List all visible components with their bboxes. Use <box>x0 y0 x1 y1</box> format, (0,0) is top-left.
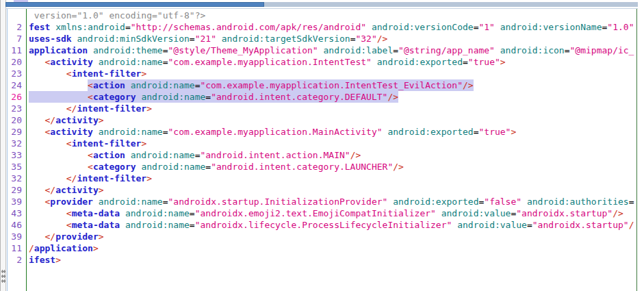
code-lines: version="1.0" encoding="utf-8"?>2fest xm… <box>8 10 637 266</box>
code-line[interactable]: version="1.0" encoding="utf-8"?> <box>8 10 637 21</box>
code-text: </intent-filter> <box>22 173 152 184</box>
code-text: version="1.0" encoding="utf-8"?> <box>22 10 205 21</box>
splitter-grip-icon[interactable] <box>1 269 5 284</box>
line-number: 35 <box>8 161 22 173</box>
code-text: ifest> <box>22 254 61 266</box>
line-number: 32 <box>8 138 22 149</box>
code-line[interactable]: 33 <action android:name="android.intent.… <box>8 149 637 161</box>
code-text: <category android:name="android.intent.c… <box>22 161 404 173</box>
line-number: 20 <box>8 114 22 126</box>
line-number: 24 <box>8 79 22 91</box>
code-text: <intent-filter> <box>22 68 146 79</box>
code-text: <activity android:name="com.example.myap… <box>22 56 506 68</box>
line-number: 29 <box>8 126 22 138</box>
code-text: uses-sdk android:minSdkVersion="21" andr… <box>22 33 387 45</box>
line-number: 23 <box>8 68 22 79</box>
code-line[interactable]: 20 <activity android:name="com.example.m… <box>8 56 637 68</box>
code-line[interactable]: 11/application> <box>8 242 637 254</box>
line-number: 20 <box>8 56 22 68</box>
code-line[interactable]: 7uses-sdk android:minSdkVersion="21" and… <box>8 33 637 45</box>
code-line[interactable]: 29 <activity android:name="com.example.m… <box>8 126 637 138</box>
code-text: </activity> <box>22 184 104 196</box>
right-margin-rule <box>636 9 637 291</box>
code-text: <meta-data android:name="androidx.emoji2… <box>22 207 623 219</box>
code-line[interactable]: 39 </provider> <box>8 231 637 242</box>
code-editor[interactable]: version="1.0" encoding="utf-8"?>2fest xm… <box>8 9 637 291</box>
code-text: fest xmlns:android="http://schemas.andro… <box>22 21 634 33</box>
code-text: <intent-filter> <box>22 138 146 149</box>
line-number <box>8 10 22 21</box>
line-number: 29 <box>8 184 22 196</box>
code-text: /application> <box>22 242 99 254</box>
code-line[interactable]: 11application android:theme="@style/Them… <box>8 45 637 56</box>
xml-viewer-screen: version="1.0" encoding="utf-8"?>2fest xm… <box>0 0 644 291</box>
code-line[interactable]: 20 </activity> <box>8 114 637 126</box>
code-line[interactable]: 23 <intent-filter> <box>8 68 637 79</box>
code-text: <category android:name="android.intent.c… <box>22 91 398 103</box>
code-text: <activity android:name="com.example.myap… <box>22 126 516 138</box>
selection-highlight: <category android:name="android.intent.c… <box>29 91 398 103</box>
line-number: 39 <box>8 196 22 207</box>
code-line[interactable]: 35 <category android:name="android.inten… <box>8 161 637 173</box>
code-text: <provider android:name="androidx.startup… <box>22 196 634 207</box>
code-line[interactable]: 24 <action android:name="com.example.mya… <box>8 79 637 91</box>
code-text: <meta-data android:name="androidx.lifecy… <box>22 219 634 231</box>
code-text: </activity> <box>22 114 104 126</box>
line-number: 2 <box>8 254 22 266</box>
code-line[interactable]: 46 <meta-data android:name="androidx.lif… <box>8 219 637 231</box>
code-line[interactable]: 32 </intent-filter> <box>8 173 637 184</box>
code-text: </provider> <box>22 231 104 242</box>
code-text: <action android:name="com.example.myappl… <box>22 79 474 91</box>
code-line[interactable]: 2fest xmlns:android="http://schemas.andr… <box>8 21 637 33</box>
code-line[interactable]: 43 <meta-data android:name="androidx.emo… <box>8 207 637 219</box>
horizontal-scrollbar[interactable] <box>5 2 638 7</box>
line-number: 43 <box>8 207 22 219</box>
line-number: 32 <box>8 173 22 184</box>
line-number: 11 <box>8 45 22 56</box>
line-number: 46 <box>8 219 22 231</box>
splitter-bar[interactable] <box>0 0 6 291</box>
line-number: 2 <box>8 21 22 33</box>
line-number: 11 <box>8 242 22 254</box>
code-line[interactable]: 32 <intent-filter> <box>8 138 637 149</box>
code-text: </intent-filter> <box>22 103 152 114</box>
code-text: application android:theme="@style/Theme_… <box>22 45 634 56</box>
line-number: 7 <box>8 33 22 45</box>
code-line[interactable]: 39 <provider android:name="androidx.star… <box>8 196 637 207</box>
code-line[interactable]: 29 </activity> <box>8 184 637 196</box>
line-number: 26 <box>8 91 22 103</box>
selection-highlight: <action android:name="com.example.myappl… <box>88 79 474 91</box>
code-line[interactable]: 2ifest> <box>8 254 637 266</box>
code-line[interactable]: 26 <category android:name="android.inten… <box>8 91 637 103</box>
code-line[interactable]: 23 </intent-filter> <box>8 103 637 114</box>
line-number: 23 <box>8 103 22 114</box>
line-number: 33 <box>8 149 22 161</box>
horizontal-scrollbar-thumb[interactable] <box>5 2 264 7</box>
code-text: <action android:name="android.intent.act… <box>22 149 361 161</box>
line-number: 39 <box>8 231 22 242</box>
